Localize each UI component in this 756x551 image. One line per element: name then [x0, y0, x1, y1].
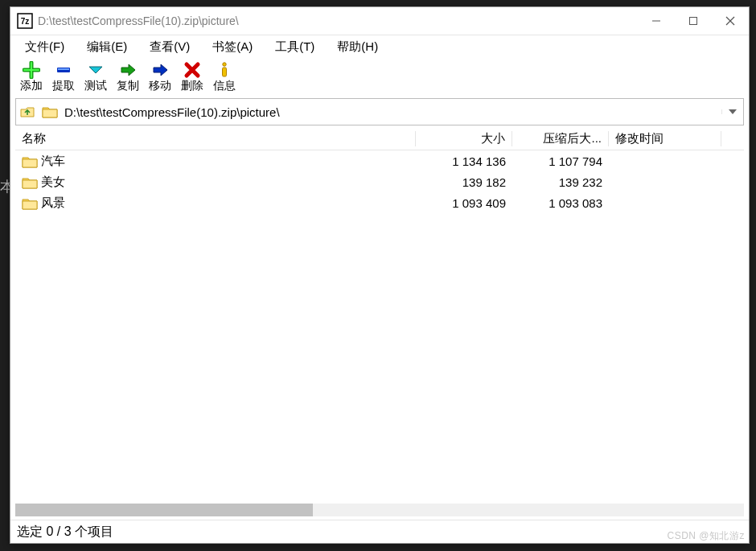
up-folder-button[interactable] — [16, 105, 39, 119]
table-row[interactable]: 美女139 182139 232 — [15, 171, 744, 192]
table-row[interactable]: 汽车1 134 1361 107 794 — [15, 150, 744, 171]
svg-rect-7 — [58, 68, 69, 70]
folder-icon — [39, 105, 61, 118]
toolbar: 添加 提取 测试 复制 移动 删除 信息 — [10, 58, 749, 95]
minus-icon — [55, 61, 72, 79]
app-icon-7z: 7z — [17, 13, 33, 29]
column-headers: 名称 大小 压缩后大... 修改时间 — [15, 127, 744, 150]
app-window: 7z D:\test\testCompressFile(10).zip\pict… — [10, 6, 750, 544]
cell-packed: 139 232 — [512, 175, 609, 189]
menu-bookmarks[interactable]: 书签(A) — [201, 36, 264, 58]
svg-text:7z: 7z — [21, 17, 30, 26]
cell-name: 风景 — [15, 195, 416, 211]
col-packed-header[interactable]: 压缩后大... — [512, 131, 609, 146]
info-icon — [216, 61, 233, 79]
col-name-header[interactable]: 名称 — [15, 131, 416, 146]
col-size-header[interactable]: 大小 — [416, 131, 512, 146]
close-button[interactable] — [712, 7, 749, 35]
arrow-right-green-icon — [119, 61, 137, 79]
cell-size: 139 182 — [416, 175, 512, 189]
test-label: 测试 — [84, 79, 107, 93]
test-button[interactable]: 测试 — [80, 61, 112, 93]
move-label: 移动 — [149, 79, 171, 93]
svg-rect-9 — [223, 68, 227, 76]
cell-packed: 1 093 083 — [512, 196, 609, 210]
info-button[interactable]: 信息 — [208, 61, 240, 93]
extract-label: 提取 — [52, 79, 75, 93]
horizontal-scrollbar[interactable] — [15, 504, 744, 516]
delete-label: 删除 — [181, 79, 203, 93]
menu-help[interactable]: 帮助(H) — [326, 36, 389, 58]
menu-tools[interactable]: 工具(T) — [264, 36, 326, 58]
svg-point-8 — [223, 63, 226, 66]
file-list: 名称 大小 压缩后大... 修改时间 汽车1 134 1361 107 794美… — [10, 127, 749, 520]
status-text: 选定 0 / 3 个项目 — [17, 524, 113, 541]
scroll-thumb[interactable] — [15, 504, 313, 516]
plus-icon — [23, 61, 40, 79]
copy-button[interactable]: 复制 — [112, 61, 144, 93]
rows-container: 汽车1 134 1361 107 794美女139 182139 232风景1 … — [15, 150, 744, 504]
move-button[interactable]: 移动 — [144, 61, 176, 93]
cell-size: 1 134 136 — [416, 154, 512, 168]
add-button[interactable]: 添加 — [15, 61, 47, 93]
copy-label: 复制 — [117, 79, 139, 93]
col-modified-header[interactable]: 修改时间 — [609, 131, 721, 146]
menu-edit[interactable]: 编辑(E) — [76, 36, 138, 58]
check-down-icon — [87, 61, 105, 79]
cell-name: 美女 — [15, 175, 416, 190]
titlebar: 7z D:\test\testCompressFile(10).zip\pict… — [10, 7, 749, 35]
add-label: 添加 — [20, 79, 43, 93]
extract-button[interactable]: 提取 — [47, 61, 80, 93]
cell-name: 汽车 — [15, 154, 416, 169]
info-label: 信息 — [213, 79, 236, 93]
cell-packed: 1 107 794 — [512, 154, 609, 168]
svg-rect-3 — [690, 18, 697, 25]
menu-file[interactable]: 文件(F) — [14, 36, 76, 58]
arrow-right-blue-icon — [151, 61, 169, 79]
cell-size: 1 093 409 — [416, 196, 512, 210]
table-row[interactable]: 风景1 093 4091 093 083 — [15, 192, 744, 213]
pathbar — [15, 98, 744, 125]
window-title: D:\test\testCompressFile(10).zip\picture… — [38, 14, 239, 27]
statusbar: 选定 0 / 3 个项目 — [10, 520, 749, 543]
menu-view[interactable]: 查看(V) — [138, 36, 201, 58]
x-red-icon — [183, 61, 201, 79]
menubar: 文件(F) 编辑(E) 查看(V) 书签(A) 工具(T) 帮助(H) — [10, 35, 749, 58]
minimize-button[interactable] — [638, 7, 675, 35]
path-dropdown-button[interactable] — [721, 109, 743, 114]
delete-button[interactable]: 删除 — [176, 61, 208, 93]
path-input[interactable] — [61, 100, 721, 124]
maximize-button[interactable] — [675, 7, 712, 35]
